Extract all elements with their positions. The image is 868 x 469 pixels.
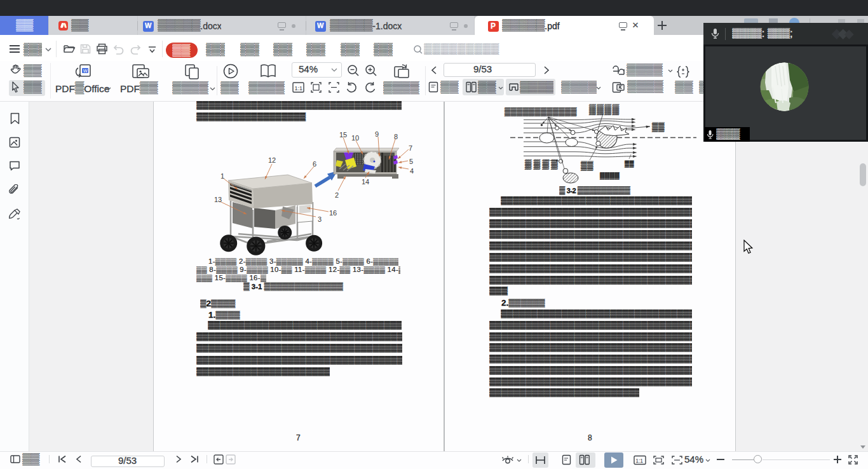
svg-text:9: 9	[375, 130, 379, 138]
svg-text:16: 16	[329, 209, 337, 217]
svg-text:▒▒▒▒: ▒▒▒▒	[525, 159, 560, 170]
svg-text:8: 8	[394, 133, 398, 140]
svg-text:6: 6	[313, 160, 316, 168]
svg-text:2: 2	[335, 191, 339, 199]
svg-text:10: 10	[351, 134, 359, 142]
svg-text:15: 15	[339, 131, 347, 139]
svg-text:▒▒: ▒▒	[581, 161, 593, 171]
svg-text:1: 1	[220, 172, 224, 180]
svg-text:14: 14	[362, 178, 369, 186]
svg-text:▒▒▒▒▒▒▒▒▒▒▒▒: ▒▒▒▒▒▒▒▒▒▒▒▒	[505, 107, 577, 117]
svg-text:5: 5	[409, 158, 413, 165]
svg-text:▒▒▒▒: ▒▒▒▒	[589, 104, 620, 115]
svg-text:1:1: 1:1	[635, 458, 643, 464]
svg-text:4: 4	[410, 167, 414, 175]
svg-text:W: W	[83, 69, 88, 73]
svg-text:▒▒: ▒▒	[625, 160, 634, 168]
svg-text:3: 3	[318, 215, 322, 223]
svg-text:13: 13	[214, 196, 222, 203]
svg-text:1:1: 1:1	[295, 85, 303, 92]
svg-text:7: 7	[409, 144, 412, 152]
svg-text:▒▒▒▒: ▒▒▒▒	[600, 172, 620, 180]
svg-text:▒▒: ▒▒	[652, 122, 665, 132]
svg-text:12: 12	[268, 156, 276, 164]
